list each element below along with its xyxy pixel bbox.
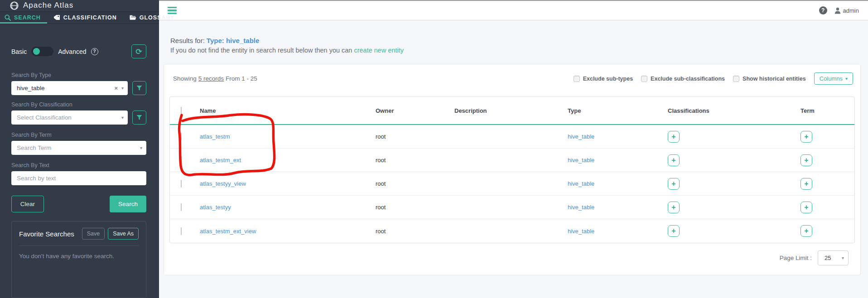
basic-label: Basic xyxy=(11,48,27,55)
row-checkbox[interactable] xyxy=(181,203,182,211)
exclude-subclassifications-label: Exclude sub-classifications xyxy=(651,76,725,82)
show-historical-checkbox[interactable] xyxy=(733,76,739,82)
entity-type-link[interactable]: hive_table xyxy=(568,180,594,187)
add-term-button[interactable]: + xyxy=(800,225,812,237)
tab-search-label: SEARCH xyxy=(14,14,41,21)
entity-type-link[interactable]: hive_table xyxy=(568,228,594,235)
table-row[interactable]: atlas_testyy_view root hive_table + + xyxy=(170,172,854,196)
row-checkbox[interactable] xyxy=(181,133,182,140)
add-classification-button[interactable]: + xyxy=(668,178,680,190)
page-limit-value: 25 xyxy=(825,255,842,261)
add-classification-button[interactable]: + xyxy=(668,154,680,166)
chevron-down-icon: ▾ xyxy=(121,86,124,91)
chevron-down-icon: ▾ xyxy=(845,76,848,81)
row-checkbox[interactable] xyxy=(181,180,182,187)
favorites-divider xyxy=(19,245,139,246)
exclude-subtypes-option: Exclude sub-types xyxy=(574,76,633,82)
search-text-input[interactable] xyxy=(11,171,146,185)
col-header-type[interactable]: Type xyxy=(563,107,663,114)
term-select[interactable]: Search Term ▾ xyxy=(11,141,146,155)
search-by-term-label: Search By Term xyxy=(11,132,146,138)
tag-icon xyxy=(53,14,60,20)
table-row[interactable]: atlas_testm root hive_table + + xyxy=(170,125,854,149)
app-title: Apache Atlas xyxy=(23,1,73,10)
results-hint-text: If you do not find the entity in search … xyxy=(170,47,352,54)
records-count-link[interactable]: 5 records xyxy=(198,75,224,82)
clear-button[interactable]: Clear xyxy=(11,196,44,212)
entity-type-link[interactable]: hive_table xyxy=(568,157,594,163)
advanced-help-icon[interactable]: ? xyxy=(91,48,98,55)
row-checkbox[interactable] xyxy=(181,156,182,164)
columns-button[interactable]: Columns ▾ xyxy=(814,72,853,85)
entity-name-link[interactable]: atlas_testm xyxy=(200,133,230,140)
col-header-name[interactable]: Name xyxy=(195,107,371,114)
sidebar-tabs: SEARCH CLASSIFICATION GLOSSARY xyxy=(0,12,159,24)
entity-type-link[interactable]: hive_table xyxy=(568,204,594,211)
tab-classification[interactable]: CLASSIFICATION xyxy=(47,12,123,24)
filter-icon xyxy=(136,115,142,120)
row-checkbox[interactable] xyxy=(181,227,182,235)
entity-type-link[interactable]: hive_table xyxy=(568,133,594,140)
save-button[interactable]: Save xyxy=(82,228,105,240)
create-new-entity-link[interactable]: create new entity xyxy=(354,47,404,54)
advanced-label: Advanced xyxy=(58,48,86,55)
refresh-button[interactable]: ⟳ xyxy=(131,44,146,58)
search-button[interactable]: Search xyxy=(110,196,146,212)
chevron-down-icon: ▾ xyxy=(842,255,844,260)
exclude-subclassifications-option: Exclude sub-classifications xyxy=(641,76,725,82)
entity-name-link[interactable]: atlas_testm_ext_view xyxy=(200,228,256,235)
search-by-type-group: Search By Type hive_table × ▾ xyxy=(11,72,146,95)
add-classification-button[interactable]: + xyxy=(668,202,680,213)
search-by-term-group: Search By Term Search Term ▾ xyxy=(11,132,146,155)
tab-search[interactable]: SEARCH xyxy=(0,12,47,24)
basic-advanced-toggle[interactable] xyxy=(31,47,53,56)
results-summary: Results for:Type: hive_table If you do n… xyxy=(170,37,868,54)
add-term-button[interactable]: + xyxy=(800,131,812,143)
add-classification-button[interactable]: + xyxy=(668,131,680,143)
col-header-owner[interactable]: Owner xyxy=(371,107,450,114)
page-limit-select[interactable]: 25 ▾ xyxy=(818,250,849,265)
entity-owner: root xyxy=(371,133,450,140)
select-all-checkbox[interactable] xyxy=(181,107,182,115)
type-filter-button[interactable] xyxy=(132,81,146,95)
result-options: Exclude sub-types Exclude sub-classifica… xyxy=(574,72,853,85)
table-row[interactable]: atlas_testm_ext_view root hive_table + + xyxy=(170,219,854,243)
table-row[interactable]: atlas_testm_ext root hive_table + + xyxy=(170,149,854,172)
col-header-classifications[interactable]: Classifications xyxy=(663,107,796,114)
user-icon xyxy=(834,7,841,14)
search-by-text-group: Search By Text xyxy=(11,162,146,185)
sidebar: Apache Atlas SEARCH CLASSIFICATION xyxy=(0,0,159,298)
content: Results for:Type: hive_table If you do n… xyxy=(159,20,868,298)
add-term-button[interactable]: + xyxy=(800,202,812,213)
search-by-classification-group: Search By Classification Select Classifi… xyxy=(11,101,146,125)
exclude-subtypes-checkbox[interactable] xyxy=(574,76,580,82)
save-as-button[interactable]: Save As xyxy=(108,228,139,240)
entity-name-link[interactable]: atlas_testm_ext xyxy=(200,157,241,163)
topbar: ? admin xyxy=(159,0,868,20)
col-header-description[interactable]: Description xyxy=(450,107,563,114)
type-clear-icon[interactable]: × xyxy=(114,85,118,91)
search-panel: Basic Advanced ? ⟳ Search By Type hive_t… xyxy=(0,24,159,298)
entity-name-link[interactable]: atlas_testyy_view xyxy=(200,180,246,187)
add-term-button[interactable]: + xyxy=(800,154,812,166)
help-icon[interactable]: ? xyxy=(819,6,827,14)
classification-select[interactable]: Select Classification ▾ xyxy=(11,111,128,125)
favorite-searches-title: Favorite Searches xyxy=(19,230,74,238)
exclude-subclassifications-checkbox[interactable] xyxy=(641,76,647,82)
exclude-subtypes-label: Exclude sub-types xyxy=(583,76,633,82)
folder-icon xyxy=(130,14,136,20)
table-row[interactable]: atlas_testyy root hive_table + + xyxy=(170,196,854,219)
classification-filter-button[interactable] xyxy=(132,111,146,125)
username: admin xyxy=(843,7,859,14)
add-classification-button[interactable]: + xyxy=(668,225,680,237)
user-menu[interactable]: admin xyxy=(834,7,859,14)
tab-classification-label: CLASSIFICATION xyxy=(63,14,117,21)
results-for-label: Results for: xyxy=(170,37,205,44)
atlas-globe-icon xyxy=(10,1,19,10)
add-term-button[interactable]: + xyxy=(800,178,812,190)
col-header-term[interactable]: Term xyxy=(796,107,854,114)
search-by-classification-label: Search By Classification xyxy=(11,101,146,108)
entity-name-link[interactable]: atlas_testyy xyxy=(200,204,231,211)
type-select[interactable]: hive_table × ▾ xyxy=(11,81,128,95)
search-by-text-label: Search By Text xyxy=(11,162,146,168)
